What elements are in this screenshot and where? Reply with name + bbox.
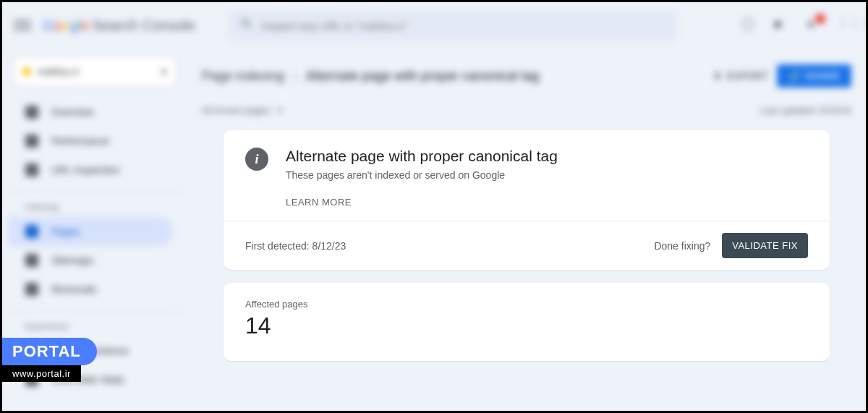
sidebar-item-label: Pages [51, 226, 80, 237]
issue-card-footer: First detected: 8/12/23 Done fixing? VAL… [224, 221, 830, 270]
filter-label: All known pages [202, 105, 271, 116]
issue-card: i Alternate page with proper canonical t… [224, 130, 830, 270]
sidebar-item-url-inspection[interactable]: URL inspection [8, 156, 173, 184]
divider [8, 190, 182, 191]
filter-dropdown[interactable]: All known pages ▼ [202, 105, 284, 116]
filter-row: All known pages ▼ Last updated: 9/10/24 [202, 105, 851, 116]
section-label-experience: Experience [8, 316, 182, 336]
sidebar-item-sitemaps[interactable]: Sitemaps [8, 246, 173, 275]
section-label-indexing: Indexing [8, 197, 182, 217]
help-icon[interactable]: ◯ [741, 17, 759, 34]
sidebar-item-label: Overview [51, 106, 93, 118]
product-name: Search Console [93, 17, 195, 34]
caret-down-icon: ▼ [276, 106, 284, 114]
learn-more-link[interactable]: LEARN MORE [286, 197, 558, 208]
affected-pages-card: Affected pages 14 [224, 283, 830, 361]
inspect-icon [25, 163, 38, 176]
last-updated: Last updated: 9/10/24 [760, 105, 851, 116]
issue-title: Alternate page with proper canonical tag [286, 148, 558, 165]
property-favicon [23, 68, 30, 75]
breadcrumb-parent[interactable]: Page indexing [202, 69, 284, 84]
sidebar-item-label: URL inspection [51, 164, 119, 176]
validate-group: Done fixing? VALIDATE FIX [654, 233, 808, 258]
sidebar-item-label: Performance [51, 135, 109, 147]
pages-icon [25, 225, 38, 238]
performance-icon [25, 135, 38, 148]
affected-pages-count: 14 [245, 312, 808, 339]
breadcrumb-actions: ⬇EXPORT 🔗SHARE [713, 64, 851, 88]
done-fixing-label: Done fixing? [654, 240, 710, 252]
export-button[interactable]: ⬇EXPORT [713, 70, 767, 82]
watermark-brand: PORTAL [2, 338, 97, 365]
validate-fix-button[interactable]: VALIDATE FIX [722, 233, 808, 258]
issue-subtitle: These pages aren't indexed or served on … [286, 169, 558, 181]
overview-icon [25, 106, 38, 119]
app-header: Google Search Console ◯ ◆ ▲ ⋮⋮⋮ [2, 2, 866, 48]
download-icon: ⬇ [713, 70, 722, 82]
sidebar-item-pages[interactable]: Pages [8, 217, 173, 246]
affected-pages-label: Affected pages [245, 299, 808, 310]
search-input[interactable] [262, 20, 665, 32]
sidebar-item-label: Removals [51, 284, 96, 295]
sidebar-item-removals[interactable]: Removals [8, 275, 173, 304]
watermark-url: www.portal.ir [2, 365, 81, 382]
chevron-right-icon: › [293, 69, 297, 84]
search-icon [240, 17, 253, 33]
info-icon: i [245, 148, 268, 171]
sidebar-item-overview[interactable]: Overview [8, 98, 173, 127]
breadcrumb-current: Alternate page with proper canonical tag [306, 69, 539, 84]
property-selector[interactable]: mahlou.ir ▾ [14, 57, 176, 86]
notification-badge [815, 14, 825, 24]
sidebar-item-performance[interactable]: Performance [8, 127, 173, 156]
main-content: Page indexing › Alternate page with prop… [187, 48, 866, 411]
sidebar-item-label: Sitemaps [51, 255, 93, 266]
google-logo: Google Search Console [43, 17, 195, 34]
people-icon[interactable]: ◆ [773, 17, 791, 34]
chevron-down-icon: ▾ [161, 66, 166, 77]
watermark-overlay: PORTAL www.portal.ir [2, 338, 97, 382]
breadcrumb: Page indexing › Alternate page with prop… [202, 69, 539, 84]
issue-card-header: i Alternate page with proper canonical t… [224, 130, 830, 221]
share-icon: 🔗 [788, 70, 801, 82]
share-button[interactable]: 🔗SHARE [777, 64, 851, 88]
breadcrumb-row: Page indexing › Alternate page with prop… [202, 60, 851, 92]
sitemaps-icon [25, 254, 38, 267]
removals-icon [25, 283, 38, 296]
apps-icon[interactable]: ⋮⋮⋮ [837, 17, 854, 34]
hamburger-icon[interactable] [14, 17, 31, 34]
url-inspect-search[interactable] [229, 9, 677, 41]
property-name: mahlou.ir [38, 66, 80, 77]
header-actions: ◯ ◆ ▲ ⋮⋮⋮ [741, 17, 854, 34]
first-detected: First detected: 8/12/23 [245, 240, 346, 252]
notifications-icon[interactable]: ▲ [805, 17, 822, 34]
divider [8, 310, 182, 310]
